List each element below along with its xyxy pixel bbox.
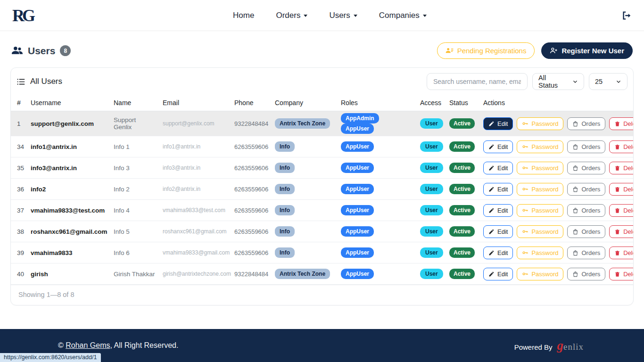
nav-item-orders[interactable]: Orders [276,11,307,20]
genlix-logo-rest: enlix [563,342,584,352]
password-label: Password [531,271,558,278]
row-username: roshanxc961@gmail.com [27,221,110,242]
company-badge: Info [275,226,295,237]
row-username: info3@antrix.in [27,157,110,179]
password-button[interactable]: Password [517,117,563,130]
row-phone: 6263559606 [231,221,271,242]
edit-button[interactable]: Edit [483,162,513,174]
pending-registrations-button[interactable]: Pending Registrations [437,42,535,59]
edit-button[interactable]: Edit [483,225,513,238]
edit-button[interactable]: Edit [483,268,513,280]
delete-button[interactable]: Delete [609,204,634,217]
row-name: Info 3 [110,157,159,179]
key-icon [522,165,528,171]
delete-label: Delete [623,165,634,172]
edit-label: Edit [497,186,508,193]
powered-by: Powered By genlix [514,339,584,352]
orders-button[interactable]: Orders [567,140,605,153]
orders-label: Orders [581,143,600,150]
row-name: Info 4 [110,200,159,221]
trash-icon [614,121,620,127]
powered-by-label: Powered By [514,343,553,351]
access-badge: User [420,205,443,215]
password-button[interactable]: Password [517,225,563,238]
password-button[interactable]: Password [517,268,563,280]
delete-button[interactable]: Delete [609,247,634,259]
edit-button[interactable]: Edit [483,204,513,217]
logout-icon[interactable] [621,10,632,21]
users-table-body: 1 support@genlix.com Support Genlix supp… [11,111,633,285]
delete-button[interactable]: Delete [609,225,634,238]
row-phone: 6263559606 [231,157,271,179]
row-id: 37 [11,200,27,221]
orders-button[interactable]: Orders [567,162,605,174]
pencil-icon [488,207,495,214]
edit-label: Edit [497,143,508,150]
company-badge: Info [275,163,295,173]
role-badge: AppUser [341,205,374,215]
page-size-select[interactable]: 25 [589,73,627,90]
status-filter-select[interactable]: All Status [532,73,584,90]
row-email: support@genlix.com [159,111,231,136]
delete-button[interactable]: Delete [609,183,634,196]
password-button[interactable]: Password [517,162,563,174]
orders-button[interactable]: Orders [567,117,605,130]
brand-logo[interactable]: RG [12,7,33,24]
status-badge: Active [449,269,475,279]
orders-button[interactable]: Orders [567,183,605,196]
password-button[interactable]: Password [517,204,563,217]
password-label: Password [531,186,558,193]
edit-button[interactable]: Edit [483,247,513,259]
orders-label: Orders [581,271,600,278]
orders-label: Orders [581,249,600,256]
edit-button[interactable]: Edit [483,140,513,153]
nav-item-companies[interactable]: Companies [379,11,427,20]
row-id: 1 [11,111,27,136]
password-button[interactable]: Password [517,183,563,196]
row-id: 40 [11,263,27,285]
trash-icon [614,250,620,256]
access-badge: User [420,141,443,152]
orders-button[interactable]: Orders [567,247,605,259]
pencil-icon [488,165,495,171]
orders-button[interactable]: Orders [567,204,605,217]
password-label: Password [531,143,558,150]
search-input[interactable] [427,73,528,90]
delete-button[interactable]: Delete [609,162,634,174]
bag-icon [572,165,578,171]
row-email: roshanxc961@gmail.com [159,221,231,242]
rohan-gems-link[interactable]: Rohan Gems [66,341,110,349]
delete-button[interactable]: Delete [609,117,634,130]
password-label: Password [531,249,558,256]
row-email: vmahima9833@gmail.com [159,242,231,263]
password-button[interactable]: Password [517,140,563,153]
row-email: girish@antrixtechzone.com [159,263,231,285]
delete-button[interactable]: Delete [609,140,634,153]
col-header-actions: Actions [479,95,633,111]
access-badge: User [420,184,443,194]
nav-item-home[interactable]: Home [233,11,254,20]
orders-button[interactable]: Orders [567,225,605,238]
orders-label: Orders [581,186,600,193]
status-badge: Active [449,226,475,237]
roles-cell: AppUser [337,263,416,285]
edit-button[interactable]: Edit [483,117,513,130]
user-list-icon [446,47,454,55]
nav-item-label: Orders [276,11,300,20]
password-button[interactable]: Password [517,247,563,259]
company-badge: Info [275,141,295,152]
register-new-user-button[interactable]: Register New User [541,42,633,59]
status-badge: Active [449,118,475,129]
page-size-value: 25 [595,78,603,85]
bag-icon [572,186,578,192]
table-row: 40 girish Girish Thakkar girish@antrixte… [11,263,633,285]
row-username: info2 [27,179,110,200]
orders-button[interactable]: Orders [567,268,605,280]
genlix-logo-g: g [557,338,564,353]
row-phone: 6263559606 [231,179,271,200]
nav-item-users[interactable]: Users [329,11,357,20]
status-filter-value: All Status [538,74,566,89]
delete-button[interactable]: Delete [609,268,634,280]
page-header: Users 8 Pending Registrations [0,31,644,67]
edit-button[interactable]: Edit [483,183,513,196]
